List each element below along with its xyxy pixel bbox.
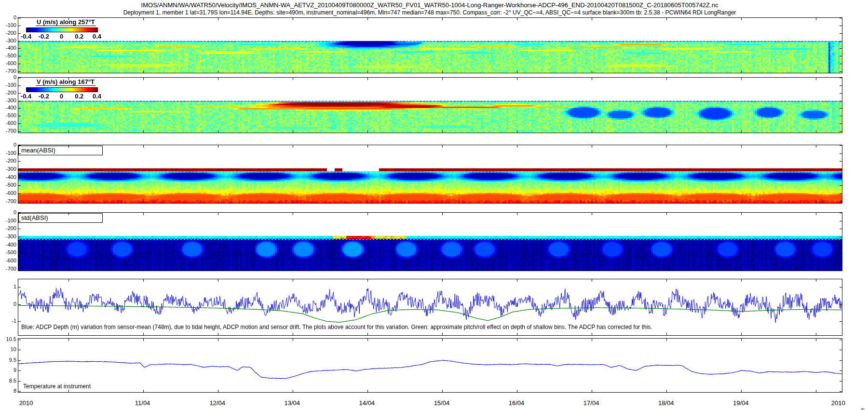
v-velocity-heatmap <box>18 78 842 133</box>
tick-mark <box>442 201 443 203</box>
tick-mark <box>18 193 21 194</box>
x-axis-date-labels: 201011/0412/0413/0414/0415/0416/0417/041… <box>18 399 841 408</box>
tick-mark <box>143 201 144 203</box>
tick-mark <box>18 108 21 109</box>
tick-mark <box>592 18 592 20</box>
y-tick-label: -600 <box>0 60 16 67</box>
y-tick-label: -300 <box>0 166 16 172</box>
tick-mark <box>840 381 842 382</box>
tick-mark <box>143 390 144 392</box>
tick-mark <box>218 213 218 215</box>
tick-mark <box>666 145 667 148</box>
tick-mark <box>367 70 368 73</box>
tick-mark <box>816 213 816 215</box>
tick-mark <box>741 78 742 80</box>
u-velocity-title: U (m/s) along 257°T <box>36 18 96 26</box>
tick-mark <box>816 18 816 20</box>
tick-mark <box>18 391 21 392</box>
tick-mark <box>68 213 69 215</box>
tick-mark <box>143 130 144 133</box>
tick-mark <box>840 253 842 253</box>
y-tick-label: 0 <box>0 301 16 307</box>
tick-mark <box>18 321 21 322</box>
mean-absi-panel: mean(ABSI) 0-100-200-300-400-500-600-700 <box>18 145 842 204</box>
tick-mark <box>840 269 842 270</box>
tick-mark <box>68 130 69 133</box>
std-absi-heatmap <box>18 213 842 271</box>
tick-mark <box>592 201 592 203</box>
tick-mark <box>18 26 21 26</box>
tick-mark <box>293 201 293 203</box>
tick-mark <box>517 70 517 73</box>
y-tick-label: -600 <box>0 258 16 264</box>
tick-mark <box>367 145 368 148</box>
tick-mark <box>18 18 21 18</box>
tick-mark <box>592 339 592 341</box>
tick-mark <box>741 333 742 335</box>
y-tick-label: -400 <box>0 174 16 180</box>
tick-mark <box>218 18 218 20</box>
std-absi-panel: std(ABSI) 0-100-200-300-400-500-600-700 <box>18 212 842 271</box>
tick-mark <box>68 18 69 20</box>
tick-mark <box>666 130 667 133</box>
tick-mark <box>218 130 218 133</box>
tick-mark <box>741 390 742 392</box>
y-tick-label: -400 <box>0 242 16 248</box>
colorbar-tick-label: 0.4 <box>86 33 108 40</box>
tick-mark <box>218 339 218 341</box>
tick-mark <box>840 41 842 41</box>
y-tick-label: 0 <box>0 142 16 148</box>
tick-mark <box>367 339 368 341</box>
tick-mark <box>741 201 742 203</box>
tick-mark <box>218 279 218 282</box>
tick-mark <box>840 221 842 221</box>
tick-mark <box>816 145 816 148</box>
tick-mark <box>816 78 816 80</box>
tick-mark <box>592 268 592 271</box>
x-axis-date-label: 13/04 <box>281 399 304 407</box>
tick-mark <box>741 339 742 341</box>
tick-mark <box>68 268 69 271</box>
tick-mark <box>143 70 144 73</box>
u-velocity-colorbar: -0.4-0.200.20.4 <box>26 27 98 32</box>
tick-mark <box>517 145 517 148</box>
tick-mark <box>442 333 443 335</box>
tick-mark <box>840 391 842 392</box>
tick-mark <box>18 161 21 162</box>
tick-mark <box>18 131 21 132</box>
tick-mark <box>840 213 842 213</box>
x-axis-date-label: 15/04 <box>430 399 453 407</box>
tick-mark <box>143 18 144 20</box>
tick-mark <box>18 245 21 246</box>
tick-mark <box>18 381 21 382</box>
y-tick-label: -500 <box>0 53 16 59</box>
y-tick-label: 10 <box>0 346 16 353</box>
tick-mark <box>840 26 842 26</box>
x-axis-date-label: 16/04 <box>505 399 528 407</box>
tick-mark <box>840 178 842 178</box>
x-axis-date-label: 18/04 <box>654 399 678 407</box>
tick-mark <box>18 304 21 305</box>
tick-mark <box>840 131 842 132</box>
y-tick-label: 9 <box>0 367 16 373</box>
tick-mark <box>442 18 443 20</box>
tick-mark <box>18 261 21 261</box>
y-tick-label: -300 <box>0 233 16 240</box>
tick-mark <box>840 321 842 322</box>
tick-mark <box>18 213 21 213</box>
y-tick-label: -500 <box>0 249 16 256</box>
y-tick-label: -1 <box>0 318 16 324</box>
tick-mark <box>840 48 842 49</box>
tick-mark <box>741 130 742 133</box>
u-velocity-heatmap <box>18 18 842 73</box>
tick-mark <box>592 333 592 335</box>
tick-mark <box>741 279 742 282</box>
tick-mark <box>592 390 592 392</box>
tick-mark <box>840 193 842 194</box>
depth-variation-panel: Blue: ADCP Depth (m) variation from sens… <box>18 279 842 336</box>
y-tick-label: -700 <box>0 68 16 74</box>
tick-mark <box>840 261 842 261</box>
tick-mark <box>367 213 368 215</box>
tick-mark <box>517 339 517 341</box>
tick-mark <box>840 85 842 86</box>
